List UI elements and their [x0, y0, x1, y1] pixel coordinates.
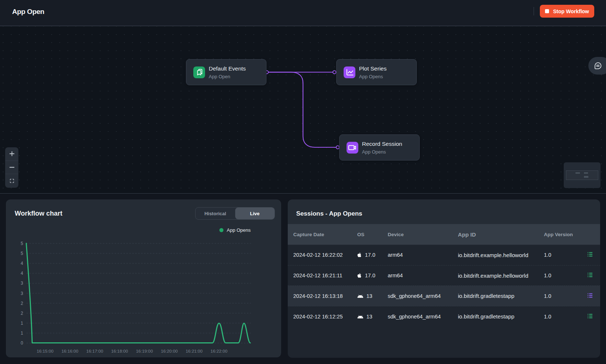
svg-text:3: 3 [21, 281, 23, 286]
svg-text:4: 4 [21, 271, 23, 276]
svg-text:16:16:00: 16:16:00 [61, 349, 78, 354]
svg-text:2: 2 [21, 301, 23, 306]
svg-text:3: 3 [21, 291, 23, 296]
svg-text:1: 1 [21, 321, 23, 326]
svg-text:5: 5 [21, 241, 23, 246]
svg-text:5: 5 [21, 251, 23, 256]
svg-text:16:17:00: 16:17:00 [86, 349, 103, 354]
svg-text:16:15:00: 16:15:00 [37, 349, 54, 354]
svg-text:16:18:00: 16:18:00 [111, 349, 128, 354]
svg-text:16:19:00: 16:19:00 [136, 349, 153, 354]
svg-text:16:21:00: 16:21:00 [186, 349, 202, 354]
svg-text:0: 0 [21, 340, 23, 346]
svg-text:16:20:00: 16:20:00 [161, 349, 178, 354]
svg-text:16:22:00: 16:22:00 [211, 349, 227, 354]
svg-text:2: 2 [21, 311, 23, 316]
svg-text:4: 4 [21, 261, 23, 266]
svg-text:1: 1 [21, 331, 23, 336]
